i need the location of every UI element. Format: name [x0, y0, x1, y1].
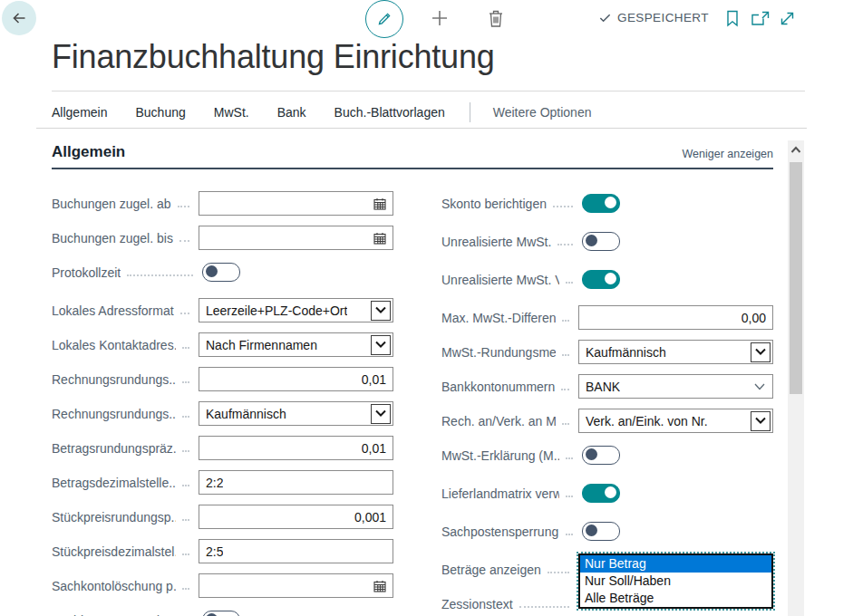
- field-label: Lieferlandmatrix verw...: [441, 486, 559, 501]
- field-label: Zessionstext: [441, 597, 513, 611]
- toggle-knob: [605, 273, 616, 284]
- field-row-lieferlandmatrix: Lieferlandmatrix verw...: [441, 481, 773, 505]
- field-label: Stückpreisrundungsp...: [52, 510, 176, 525]
- check-icon: [598, 11, 612, 24]
- save-status: GESPEICHERT: [598, 11, 709, 24]
- edit-button[interactable]: [365, 0, 403, 38]
- calendar-icon[interactable]: [373, 232, 386, 245]
- dotted-leader: [561, 388, 569, 390]
- back-button[interactable]: [2, 1, 36, 35]
- field-row-skonto-berichtigen: Skonto berichtigen: [441, 191, 773, 216]
- tab-buchung[interactable]: Buchung: [135, 105, 185, 120]
- text-input-stueckpreisdezimalstellen[interactable]: 2:5: [199, 539, 393, 563]
- add-button[interactable]: [429, 7, 451, 29]
- combobox-rechnungsrundungsmethode[interactable]: Kaufmännisch: [199, 401, 393, 426]
- toggle-protokollzeit[interactable]: [202, 263, 240, 282]
- toggle-unrealisierte-mwst-v[interactable]: [582, 270, 620, 289]
- field-row-lokales-adressformat: Lokales Adressformat Leerzeile+PLZ-Code+…: [52, 298, 393, 322]
- dotted-leader: [566, 281, 573, 284]
- field-row-mwst-rundungsmethode: MwSt.-Rundungsmet... Kaufmännisch: [441, 340, 773, 364]
- field-label: Unrealisierte MwSt.: [441, 235, 551, 249]
- dropdown-option[interactable]: Alle Beträge: [580, 590, 771, 607]
- dotted-leader: [566, 457, 573, 459]
- toggle-unrealisierte-mwst[interactable]: [582, 232, 620, 251]
- toggle-knob: [605, 486, 616, 498]
- chevron-down-icon[interactable]: [751, 411, 771, 431]
- scroll-up-icon[interactable]: [790, 146, 801, 154]
- field-label: Rechnungsrundungs...: [52, 372, 176, 387]
- field-label: Lokales Kontaktadres...: [52, 338, 176, 352]
- open-window-icon: [751, 11, 770, 26]
- text-input-betragsdezimalstellen[interactable]: 2:2: [199, 470, 393, 495]
- chevron-down-icon[interactable]: [751, 342, 771, 362]
- toggle-sachkontoverwendung[interactable]: [202, 611, 240, 616]
- bookmark-button[interactable]: [724, 9, 741, 27]
- dotted-leader: [553, 205, 573, 207]
- field-label: Lokales Adressformat: [52, 303, 174, 318]
- tab-buchblattvorlagen[interactable]: Buch.-Blattvorlagen: [334, 105, 445, 120]
- bookmark-icon: [726, 10, 739, 27]
- dotted-leader: [562, 319, 569, 322]
- open-in-new-window-button[interactable]: [751, 11, 770, 26]
- save-status-label: GESPEICHERT: [617, 11, 709, 24]
- field-row-betragsrundungspraezision: Betragsrundungspräz... 0,01: [52, 436, 393, 460]
- more-options-button[interactable]: Weitere Optionen: [493, 105, 592, 120]
- field-label: Sachkontoverwendun...: [52, 613, 179, 616]
- lookup-input-bankkontonummern[interactable]: BANK: [578, 374, 773, 399]
- number-input-betragsrundung[interactable]: 0,01: [199, 436, 393, 460]
- field-label: Bankkontonummern: [441, 380, 555, 394]
- number-input-stueckpreisrundung[interactable]: 0,001: [199, 505, 393, 529]
- tab-bank[interactable]: Bank: [277, 105, 306, 120]
- dotted-leader: [566, 495, 573, 497]
- section-title[interactable]: Allgemein: [52, 143, 125, 161]
- field-row-rechnungsrundungspraezision: Rechnungsrundungs... 0,01: [52, 367, 393, 391]
- tab-mwst[interactable]: MwSt.: [214, 105, 249, 120]
- field-row-stueckpreisdezimalstellen: Stückpreisdezimalstel... 2:5: [52, 539, 393, 563]
- field-row-betraege-anzeigen: Beträge anzeigen Nur Betrag Nur Soll/Hab…: [441, 557, 773, 582]
- calendar-icon[interactable]: [373, 197, 386, 210]
- field-label: Unrealisierte MwSt. V...: [441, 273, 559, 287]
- scrollbar[interactable]: [788, 140, 804, 616]
- dotted-leader: [548, 571, 569, 573]
- show-less-link[interactable]: Weniger anzeigen: [682, 148, 773, 161]
- app-window: GESPEICHERT Finanzbuchhaltung Einrichtun…: [0, 0, 853, 616]
- field-label: Buchungen zugel. bis: [52, 231, 173, 245]
- dropdown-option[interactable]: Nur Soll/Haben: [580, 573, 771, 590]
- delete-button[interactable]: [486, 7, 506, 29]
- section-header: Allgemein Weniger anzeigen: [52, 143, 773, 169]
- calendar-icon[interactable]: [373, 580, 386, 592]
- chevron-down-icon[interactable]: [754, 383, 765, 390]
- toggle-lieferlandmatrix[interactable]: [582, 484, 620, 503]
- field-row-bankkontonummern: Bankkontonummern BANK: [441, 374, 773, 399]
- date-input-buchungen-zugel-bis[interactable]: [199, 226, 393, 250]
- tab-allgemein[interactable]: Allgemein: [52, 105, 107, 120]
- expand-button[interactable]: [779, 10, 796, 27]
- combobox-lokales-kontaktadressformat[interactable]: Nach Firmennamen: [199, 332, 393, 357]
- field-label: Rech. an/Verk. an M...: [441, 414, 556, 428]
- date-input-sachkontoloeschung[interactable]: [199, 573, 393, 598]
- chevron-down-icon[interactable]: [371, 301, 391, 321]
- dropdown-anchor: Nur Betrag Nur Soll/Haben Alle Beträge: [578, 557, 773, 582]
- date-input-buchungen-zugel-ab[interactable]: [199, 191, 393, 216]
- dropdown-option-selected[interactable]: Nur Betrag: [580, 555, 771, 573]
- scrollbar-thumb[interactable]: [790, 162, 802, 394]
- toggle-mwst-erklaerung[interactable]: [582, 446, 620, 465]
- dropdown-listbox-betraege-anzeigen[interactable]: Nur Betrag Nur Soll/Haben Alle Beträge: [578, 553, 773, 609]
- field-label: MwSt.-Rundungsmet...: [441, 345, 556, 360]
- dotted-leader: [182, 553, 189, 555]
- field-label: Betragsrundungspräz...: [52, 441, 176, 456]
- toggle-skonto-berichtigen[interactable]: [582, 194, 620, 213]
- toggle-sachpostensperrung[interactable]: [582, 522, 620, 541]
- field-row-buchungen-zugel-ab: Buchungen zugel. ab: [52, 191, 393, 216]
- combobox-mwst-rundungsmethode[interactable]: Kaufmännisch: [578, 340, 773, 364]
- number-input-max-mwst-differenz[interactable]: 0,00: [578, 305, 773, 330]
- dotted-leader: [178, 205, 189, 207]
- field-row-betragsdezimalstellen: Betragsdezimalstelle... 2:2: [52, 470, 393, 495]
- number-input-rechnungsrundung[interactable]: 0,01: [199, 367, 393, 391]
- combobox-rech-an-verk-an[interactable]: Verk. an/Eink. von Nr.: [578, 409, 773, 433]
- chevron-down-icon[interactable]: [371, 404, 391, 424]
- combobox-lokales-adressformat[interactable]: Leerzeile+PLZ-Code+Ort: [199, 298, 393, 322]
- field-label: Rechnungsrundungs...: [52, 407, 176, 421]
- field-label: MwSt.-Erklärung (M...: [441, 448, 559, 463]
- chevron-down-icon[interactable]: [371, 335, 391, 355]
